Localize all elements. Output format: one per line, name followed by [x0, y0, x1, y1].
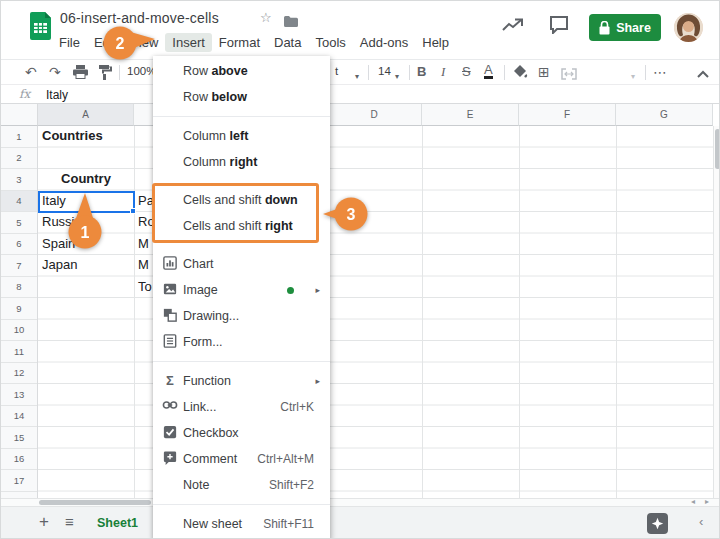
borders-icon[interactable]: ⊞	[538, 63, 550, 81]
menu-item-row-above[interactable]: Row above	[153, 58, 330, 84]
share-button[interactable]: Share	[589, 14, 661, 41]
print-icon[interactable]	[73, 65, 88, 83]
add-sheet-icon[interactable]: +	[39, 512, 49, 532]
menu-item-new-sheet[interactable]: New sheetShift+F11	[153, 511, 330, 537]
folder-icon[interactable]	[284, 13, 298, 31]
strikethrough-button[interactable]: S	[462, 63, 471, 81]
checkbox-icon	[162, 425, 178, 441]
menu-item-label: Link...	[183, 400, 216, 414]
menubar-item-tools[interactable]: Tools	[308, 33, 352, 52]
row-header-3[interactable]: 3	[1, 169, 37, 191]
menubar-item-format[interactable]: Format	[212, 33, 267, 52]
menubar-item-add-ons[interactable]: Add-ons	[353, 33, 415, 52]
row-header-16[interactable]: 16	[1, 449, 37, 471]
menu-item-function[interactable]: ΣFunction▸	[153, 368, 330, 394]
chevron-down-icon[interactable]: ▾	[395, 68, 399, 86]
vertical-scrollbar[interactable]	[713, 126, 720, 498]
menu-item-label: Form...	[183, 335, 223, 349]
italic-button[interactable]: I	[441, 63, 445, 81]
merge-cells-icon[interactable]	[561, 66, 577, 84]
paint-format-icon[interactable]	[98, 65, 112, 84]
menu-item-link[interactable]: Link...Ctrl+K	[153, 394, 330, 420]
column-header-a[interactable]: A	[38, 104, 134, 126]
collapse-toolbar-icon[interactable]	[697, 64, 709, 82]
menubar-item-insert[interactable]: Insert	[165, 33, 212, 52]
chevron-left-icon[interactable]: ‹	[699, 514, 703, 529]
menubar-item-help[interactable]: Help	[415, 33, 456, 52]
cell-a3[interactable]: Country	[38, 169, 134, 191]
redo-icon[interactable]: ↷	[49, 63, 61, 81]
explore-icon[interactable]	[647, 513, 668, 534]
link-icon	[162, 399, 178, 415]
menu-item-shortcut: Ctrl+K	[280, 400, 320, 414]
fill-handle[interactable]	[130, 208, 136, 214]
menu-item-label: Note	[183, 478, 209, 492]
new-feature-dot	[287, 287, 294, 294]
row-header-5[interactable]: 5	[1, 212, 37, 234]
cells-layer[interactable]	[38, 126, 713, 498]
menubar-item-data[interactable]: Data	[267, 33, 308, 52]
menu-item-checkbox[interactable]: Checkbox	[153, 420, 330, 446]
svg-text:2: 2	[116, 35, 125, 52]
cell-a1[interactable]: Countries	[38, 126, 134, 148]
menu-item-note[interactable]: NoteShift+F2	[153, 472, 330, 498]
sheet-tab-active[interactable]: Sheet1	[97, 516, 138, 530]
horizontal-scrollbar[interactable]: ◂ ▸	[1, 498, 720, 506]
horizontal-scrollbar-thumb[interactable]	[39, 500, 151, 505]
column-header-d[interactable]: D	[327, 104, 422, 126]
annotation-step-3: 3	[321, 195, 371, 235]
zoom-select[interactable]: 100%	[127, 65, 156, 77]
stats-icon[interactable]	[502, 17, 524, 37]
star-icon[interactable]: ☆	[260, 10, 272, 25]
menu-item-column-left[interactable]: Column left	[153, 123, 330, 149]
menu-item-image[interactable]: Image▸	[153, 277, 330, 303]
menu-item-drawing[interactable]: Drawing...	[153, 303, 330, 329]
row-header-14[interactable]: 14	[1, 406, 37, 428]
row-header-4[interactable]: 4	[1, 191, 37, 213]
column-header-e[interactable]: E	[422, 104, 519, 126]
row-header-9[interactable]: 9	[1, 298, 37, 320]
row-header-8[interactable]: 8	[1, 277, 37, 299]
fill-color-icon[interactable]	[514, 65, 528, 83]
row-header-2[interactable]: 2	[1, 148, 37, 170]
sheets-logo-icon[interactable]	[30, 12, 51, 44]
scroll-right-icon[interactable]: ▸	[705, 497, 709, 506]
text-color-button[interactable]: A	[484, 63, 493, 79]
row-header-10[interactable]: 10	[1, 320, 37, 342]
select-all-corner[interactable]	[1, 104, 38, 126]
avatar[interactable]	[674, 13, 703, 42]
scroll-left-icon[interactable]: ◂	[691, 497, 695, 506]
menubar-item-file[interactable]: File	[52, 33, 87, 52]
menu-item-form[interactable]: Form...	[153, 329, 330, 355]
vertical-scrollbar-thumb[interactable]	[715, 129, 720, 169]
column-header-g[interactable]: G	[616, 104, 713, 126]
row-header-6[interactable]: 6	[1, 234, 37, 256]
chevron-down-icon[interactable]: ▾	[631, 68, 635, 86]
menu-item-label: Drawing...	[183, 309, 239, 323]
row-header-7[interactable]: 7	[1, 255, 37, 277]
column-header-f[interactable]: F	[519, 104, 616, 126]
grid-line	[422, 126, 423, 498]
chevron-down-icon[interactable]: ▾	[355, 68, 359, 86]
row-header-1[interactable]: 1	[1, 126, 37, 148]
menu-item-column-right[interactable]: Column right	[153, 149, 330, 175]
row-header-15[interactable]: 15	[1, 427, 37, 449]
row-header-11[interactable]: 11	[1, 341, 37, 363]
menu-item-chart[interactable]: Chart	[153, 251, 330, 277]
menu-item-row-below[interactable]: Row below	[153, 84, 330, 110]
row-header-17[interactable]: 17	[1, 470, 37, 492]
formula-bar-value[interactable]: Italy	[46, 88, 68, 102]
menu-item-comment[interactable]: CommentCtrl+Alt+M	[153, 446, 330, 472]
row-header-13[interactable]: 13	[1, 384, 37, 406]
comment-bubble-icon[interactable]	[549, 16, 569, 38]
submenu-arrow-icon: ▸	[315, 285, 320, 295]
row-header-12[interactable]: 12	[1, 363, 37, 385]
all-sheets-icon[interactable]: ≡	[65, 513, 74, 530]
font-family-select[interactable]: t	[335, 65, 338, 77]
undo-icon[interactable]: ↶	[25, 63, 37, 81]
font-size-select[interactable]: 14	[378, 65, 391, 77]
bold-button[interactable]: B	[417, 63, 426, 81]
function-icon: Σ	[162, 373, 178, 389]
more-icon[interactable]: ⋯	[653, 63, 667, 81]
menu-item-label: Row above	[183, 64, 248, 78]
